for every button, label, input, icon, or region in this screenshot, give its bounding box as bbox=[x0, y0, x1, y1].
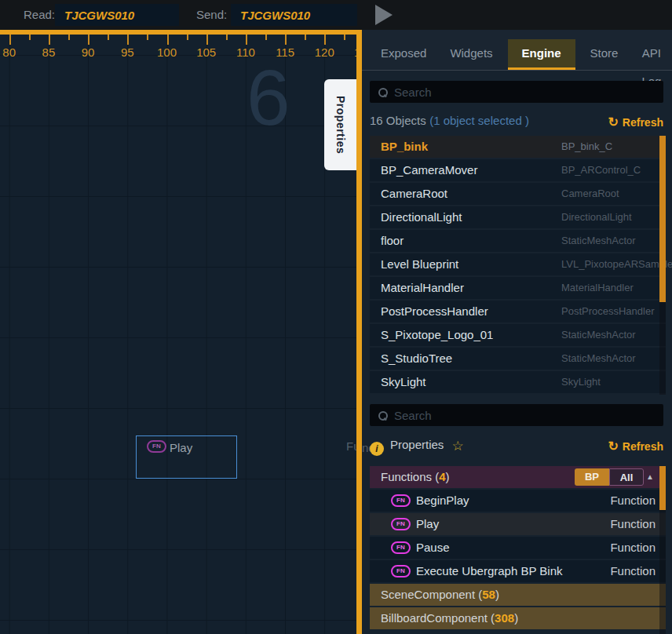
tab[interactable]: Engine bbox=[508, 39, 575, 70]
objects-header: 16 Objects (1 object selected ) ↻Refresh bbox=[370, 114, 666, 133]
ruler-tick-major bbox=[88, 35, 89, 45]
properties-header: iProperties☆ ↻Refresh bbox=[370, 438, 666, 457]
ruler-tick-minor bbox=[305, 35, 306, 40]
top-bar: Read: Send: bbox=[0, 0, 672, 30]
properties-title: Properties bbox=[390, 438, 444, 451]
objects-refresh-button[interactable]: ↻Refresh bbox=[608, 115, 663, 129]
collapse-arrow-icon[interactable]: ▲ bbox=[646, 466, 654, 488]
function-row[interactable]: FN Pause Function bbox=[370, 537, 666, 559]
ruler-tick-major bbox=[49, 35, 50, 45]
tab[interactable]: Exposed bbox=[372, 39, 435, 70]
properties-scrollbar-thumb[interactable] bbox=[659, 466, 666, 510]
ruler-tick-minor bbox=[226, 35, 228, 40]
ruler-tick-major bbox=[246, 35, 247, 45]
send-input[interactable] bbox=[231, 4, 357, 26]
object-row[interactable]: S_Pixotope_Logo_01 StaticMeshActor bbox=[370, 324, 666, 346]
properties-side-tab-label: Properties bbox=[334, 96, 347, 154]
ruler-label: 100 bbox=[154, 46, 181, 59]
objects-list: BP_bink BP_bink_C BP_CameraMover BP_ARCo… bbox=[370, 136, 666, 395]
star-icon[interactable]: ☆ bbox=[451, 439, 463, 454]
ruler-tick-minor bbox=[265, 35, 267, 40]
ruler-tick-major bbox=[285, 35, 287, 45]
refresh-icon: ↻ bbox=[608, 439, 618, 453]
functions-count: 4 bbox=[435, 470, 449, 483]
object-row[interactable]: PostProcessHandler PostProcessHandler bbox=[370, 301, 666, 322]
functions-group-title: Functions 4 bbox=[381, 470, 450, 483]
objects-scrollbar-thumb[interactable] bbox=[659, 136, 666, 302]
properties-search[interactable] bbox=[370, 404, 663, 426]
object-row[interactable]: CameraRoot CameraRoot bbox=[370, 183, 666, 205]
component-groups-list: SceneComponent 58 BillboardComponent 308 bbox=[370, 584, 666, 631]
function-row[interactable]: FN BeginPlay Function bbox=[370, 490, 666, 512]
play-icon[interactable] bbox=[375, 5, 393, 25]
canvas-border bbox=[356, 30, 362, 634]
fn-icon: FN bbox=[391, 565, 411, 578]
ruler-label: 105 bbox=[193, 46, 220, 59]
ruler-tick-minor bbox=[29, 35, 31, 40]
ruler-tick-minor bbox=[187, 35, 188, 40]
properties-side-tab[interactable]: Properties bbox=[324, 79, 356, 170]
tab[interactable]: Store bbox=[582, 39, 627, 70]
component-group-header[interactable]: SceneComponent 58 bbox=[370, 584, 666, 606]
objects-search-input[interactable] bbox=[394, 86, 663, 99]
ruler-bar bbox=[0, 30, 362, 35]
object-row[interactable]: DirectionalLight DirectionalLight bbox=[370, 206, 666, 228]
play-function-node[interactable]: FN Play bbox=[136, 435, 237, 479]
objects-scrollbar[interactable] bbox=[659, 136, 666, 395]
bp-all-toggle: BP All bbox=[575, 468, 644, 486]
ruler-tick-minor bbox=[147, 35, 148, 40]
ruler: 80859095100105110115120125 bbox=[0, 30, 362, 93]
fn-icon: FN bbox=[391, 494, 411, 507]
tab[interactable]: Widgets bbox=[441, 39, 501, 70]
function-row[interactable]: FN Play Function bbox=[370, 513, 666, 535]
ruler-tick-minor bbox=[108, 35, 109, 40]
object-row[interactable]: Level Blueprint LVL_PixotopeARSample.. bbox=[370, 253, 666, 275]
ruler-tick-major bbox=[9, 35, 11, 45]
read-input[interactable] bbox=[55, 4, 179, 26]
refresh-icon: ↻ bbox=[608, 115, 618, 129]
ruler-tick-major bbox=[206, 35, 208, 45]
ruler-tick-minor bbox=[344, 35, 345, 40]
play-node-label: Play bbox=[170, 441, 192, 454]
ruler-tick-minor bbox=[68, 35, 70, 40]
object-row[interactable]: BP_CameraMover BP_ARControl_C bbox=[370, 159, 666, 181]
scene-canvas[interactable]: 6 80859095100105110115120125 Function FN… bbox=[0, 30, 362, 634]
fn-icon: FN bbox=[391, 518, 411, 530]
bp-filter-button[interactable]: BP bbox=[575, 468, 609, 486]
object-row[interactable]: floor StaticMeshActor bbox=[370, 230, 666, 252]
component-group-header[interactable]: BillboardComponent 308 bbox=[370, 607, 666, 629]
fn-icon: FN bbox=[391, 541, 411, 554]
ruler-tick-major bbox=[167, 35, 169, 45]
properties-scrollbar[interactable] bbox=[659, 466, 666, 634]
ruler-label: 115 bbox=[272, 46, 298, 59]
objects-search[interactable] bbox=[370, 81, 663, 103]
object-row[interactable]: MaterialHandler MaterialHandler bbox=[370, 277, 666, 299]
functions-list: FN BeginPlay Function FN Play Function F… bbox=[370, 490, 666, 584]
ruler-label: 85 bbox=[35, 46, 62, 59]
object-row[interactable]: BP_bink BP_bink_C bbox=[370, 136, 666, 158]
objects-selected-count: (1 object selected ) bbox=[429, 114, 529, 127]
object-row[interactable]: SkyLight SkyLight bbox=[370, 371, 666, 393]
tab[interactable]: API Log bbox=[633, 39, 670, 70]
ruler-tick-major bbox=[324, 35, 326, 45]
read-label: Read: bbox=[24, 8, 55, 21]
ruler-label: 120 bbox=[311, 46, 338, 59]
properties-refresh-button[interactable]: ↻Refresh bbox=[608, 439, 663, 454]
objects-count: 16 Objects bbox=[370, 114, 426, 127]
ruler-tick-major bbox=[127, 35, 129, 45]
right-panel: nc Exposed Widgets Engine Store API Log … bbox=[362, 30, 672, 634]
ruler-label: 90 bbox=[75, 46, 101, 59]
app-root: { "top_bar": { "read_label": "Read:", "r… bbox=[0, 0, 672, 634]
panel-tabbar: Exposed Widgets Engine Store API Log bbox=[362, 30, 672, 71]
object-row[interactable]: S_StudioTree StaticMeshActor bbox=[370, 348, 666, 370]
all-filter-button[interactable]: All bbox=[609, 468, 644, 486]
properties-search-input[interactable] bbox=[394, 409, 663, 422]
function-row[interactable]: FN Execute Ubergraph BP Bink Function bbox=[370, 560, 666, 582]
ruler-label: 80 bbox=[0, 46, 23, 59]
ruler-label: 95 bbox=[114, 46, 141, 59]
search-icon bbox=[378, 88, 387, 97]
fn-icon: FN bbox=[147, 440, 166, 453]
functions-group-header[interactable]: Functions 4 BP All ▲ bbox=[370, 466, 666, 488]
info-icon[interactable]: i bbox=[370, 442, 384, 456]
send-label: Send: bbox=[196, 8, 227, 21]
